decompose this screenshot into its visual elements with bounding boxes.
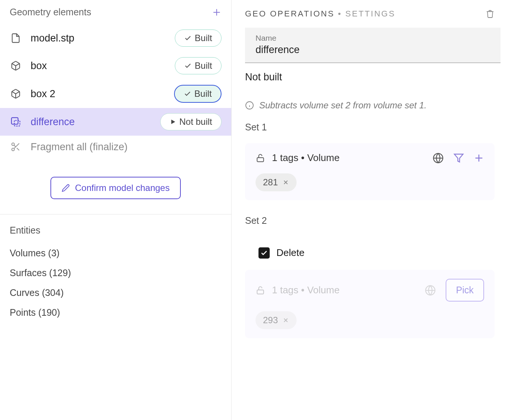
right-header: GEO OPERATIONS • SETTINGS [232, 0, 508, 28]
status-built-pill[interactable]: Built [175, 30, 222, 47]
status-built-pill[interactable]: Built [175, 57, 222, 74]
element-label: model.stp [31, 33, 166, 44]
confirm-model-changes-button[interactable]: Confirm model changes [50, 177, 181, 199]
element-item-difference[interactable]: difference Not built [0, 108, 231, 136]
entities-section: Entities Volumes (3) Surfaces (129) Curv… [0, 214, 231, 333]
entity-volumes[interactable]: Volumes (3) [10, 243, 222, 263]
file-icon [10, 32, 22, 44]
set-1-actions [433, 152, 484, 164]
entities-title: Entities [10, 225, 222, 236]
svg-line-11 [14, 145, 16, 147]
plus-icon [474, 153, 484, 163]
set-2-actions: Pick [425, 279, 484, 302]
play-icon [170, 118, 176, 125]
build-status: Not built [232, 63, 508, 99]
element-item-box-2[interactable]: box 2 Built [0, 80, 231, 108]
scissors-icon [10, 141, 22, 153]
unlock-icon [255, 285, 265, 295]
name-value: difference [255, 44, 490, 56]
set-2-label: Set 2 [245, 215, 495, 226]
add-element-button[interactable] [212, 7, 222, 17]
set-1-card: 1 tags • Volume 281 [245, 143, 495, 200]
breadcrumb: GEO OPERATIONS • SETTINGS [245, 9, 396, 19]
delete-button[interactable] [486, 9, 495, 18]
set-1-tags-text: 1 tags • Volume [272, 152, 426, 164]
set-1-tags-row: 1 tags • Volume [255, 152, 484, 164]
entity-curves[interactable]: Curves (304) [10, 283, 222, 303]
lock-button[interactable] [255, 153, 265, 163]
set-2-tags-text: 1 tags • Volume [272, 284, 418, 296]
name-field[interactable]: Name difference [245, 28, 501, 63]
tag-value: 293 [263, 315, 278, 325]
info-text: Subtracts volume set 2 from volume set 1… [259, 100, 427, 111]
element-label: box [31, 60, 166, 72]
set-2-section: Set 2 Delete 1 tags • Volume [232, 211, 508, 349]
unlock-icon [255, 153, 265, 163]
element-item-fragment-all[interactable]: Fragment all (finalize) [0, 136, 231, 158]
difference-icon [10, 116, 22, 128]
status-text: Built [194, 89, 212, 99]
delete-label: Delete [276, 247, 304, 259]
name-label: Name [255, 34, 490, 43]
svg-rect-22 [257, 290, 263, 294]
pick-button[interactable]: Pick [446, 279, 484, 302]
element-label: box 2 [31, 88, 165, 100]
check-icon [260, 249, 268, 257]
globe-button[interactable] [425, 285, 436, 296]
globe-icon [425, 285, 436, 296]
geometry-elements-header: Geometry elements [0, 0, 231, 24]
info-row: Subtracts volume set 2 from volume set 1… [232, 99, 508, 118]
status-built-active-pill[interactable]: Built [174, 85, 222, 103]
breadcrumb-sep: • [335, 9, 346, 18]
filter-icon [453, 153, 464, 163]
check-icon [184, 34, 192, 42]
add-tag-button[interactable] [474, 153, 484, 163]
left-panel: Geometry elements model.stp Built [0, 0, 232, 420]
element-item-box[interactable]: box Built [0, 52, 231, 80]
tag-value: 281 [263, 177, 278, 188]
element-list: model.stp Built box Built [0, 24, 231, 158]
globe-icon [433, 152, 444, 164]
entity-surfaces[interactable]: Surfaces (129) [10, 263, 222, 283]
set-1-label: Set 1 [245, 122, 495, 133]
cube-icon [10, 88, 22, 100]
svg-line-10 [17, 148, 19, 150]
svg-point-7 [12, 143, 15, 146]
breadcrumb-geo-operations[interactable]: GEO OPERATIONS [245, 9, 335, 18]
remove-tag-button[interactable] [282, 317, 289, 324]
check-icon [184, 62, 192, 70]
pick-label: Pick [456, 285, 474, 295]
tag-chip-281[interactable]: 281 [255, 173, 297, 191]
globe-button[interactable] [433, 152, 444, 164]
svg-marker-6 [171, 120, 175, 124]
set-1-section: Set 1 1 tags • Volume [232, 118, 508, 211]
svg-rect-5 [14, 120, 20, 126]
trash-icon [486, 9, 495, 18]
lock-button[interactable] [255, 285, 265, 295]
plus-icon [212, 7, 222, 17]
cube-icon [10, 60, 22, 72]
check-icon [184, 90, 191, 98]
close-icon [282, 317, 289, 324]
status-text: Built [195, 61, 212, 71]
status-text: Not built [179, 117, 212, 127]
breadcrumb-settings[interactable]: SETTINGS [346, 9, 396, 18]
status-notbuilt-pill[interactable]: Not built [160, 113, 222, 130]
geometry-elements-title: Geometry elements [10, 7, 91, 18]
element-item-model-stp[interactable]: model.stp Built [0, 24, 231, 52]
remove-tag-button[interactable] [282, 179, 289, 186]
entity-points[interactable]: Points (190) [10, 303, 222, 322]
right-panel: GEO OPERATIONS • SETTINGS Name differenc… [232, 0, 508, 420]
close-icon [282, 179, 289, 186]
element-label: difference [31, 116, 151, 128]
tag-chip-293[interactable]: 293 [255, 311, 297, 329]
svg-point-8 [12, 148, 15, 151]
set-2-card: 1 tags • Volume Pick 293 [245, 270, 495, 338]
delete-checkbox[interactable] [258, 247, 270, 259]
filter-button[interactable] [453, 153, 464, 163]
status-text: Built [195, 33, 212, 43]
info-icon [245, 101, 254, 110]
delete-row: Delete [245, 237, 495, 270]
svg-rect-15 [257, 157, 263, 161]
set-2-tags-row: 1 tags • Volume Pick [255, 279, 484, 302]
